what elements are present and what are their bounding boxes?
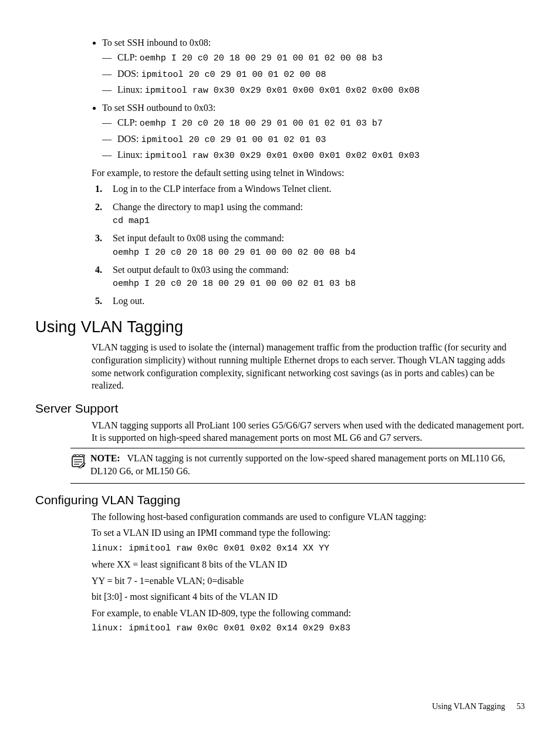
config-cmd1: linux: ipmitool raw 0x0c 0x01 0x02 0x14 … <box>92 543 525 555</box>
footer-page-number: 53 <box>517 702 525 711</box>
linux-label: Linux: <box>117 85 143 94</box>
clp-line: CLP: oemhp I 20 c0 20 18 00 29 01 00 01 … <box>117 116 525 131</box>
ssh-outbound-cmds: CLP: oemhp I 20 c0 20 18 00 29 01 00 01 … <box>102 116 525 163</box>
step-4-text: Set output default to 0x03 using the com… <box>113 265 289 275</box>
footer-section: Using VLAN Tagging <box>432 702 505 711</box>
heading-using-vlan: Using VLAN Tagging <box>35 318 525 336</box>
note-box: NOTE: VLAN tagging is not currently supp… <box>70 448 525 484</box>
linux-cmd: ipmitool raw 0x30 0x29 0x01 0x00 0x01 0x… <box>145 151 420 161</box>
clp-cmd: oemhp I 20 c0 20 18 00 29 01 00 01 02 00… <box>140 53 383 63</box>
step-3: Set input default to 0x08 using the comm… <box>104 232 525 258</box>
clp-label: CLP: <box>117 117 137 127</box>
config-p3: where XX = least significant 8 bits of t… <box>92 558 525 571</box>
config-p4: YY = bit 7 - 1=enable VLAN; 0=disable <box>92 575 525 588</box>
note-text: VLAN tagging is not currently supported … <box>90 453 505 476</box>
note-content: NOTE: VLAN tagging is not currently supp… <box>90 452 525 478</box>
example-intro: For example, to restore the default sett… <box>92 167 525 180</box>
config-p1: The following host-based configuration c… <box>92 511 525 524</box>
step-1: Log in to the CLP interface from a Windo… <box>104 183 525 195</box>
dos-line: DOS: ipmitool 20 c0 29 01 00 01 02 01 03 <box>117 132 525 147</box>
ssh-inbound-item: To set SSH inbound to 0x08: CLP: oemhp I… <box>102 36 525 98</box>
note-label: NOTE: <box>90 453 120 463</box>
step-4-cmd: oemhp I 20 c0 20 18 00 29 01 00 00 02 01… <box>113 278 525 290</box>
step-3-text: Set input default to 0x08 using the comm… <box>113 233 284 243</box>
linux-line: Linux: ipmitool raw 0x30 0x29 0x01 0x00 … <box>117 148 525 163</box>
ssh-inbound-cmds: CLP: oemhp I 20 c0 20 18 00 29 01 00 01 … <box>102 50 525 98</box>
clp-cmd: oemhp I 20 c0 20 18 00 29 01 00 01 02 01… <box>140 119 383 129</box>
config-p2: To set a VLAN ID using an IPMI command t… <box>92 526 525 539</box>
dos-cmd: ipmitool 20 c0 29 01 00 01 02 00 08 <box>141 70 326 80</box>
step-2: Change the directory to map1 using the c… <box>104 201 525 227</box>
dos-cmd: ipmitool 20 c0 29 01 00 01 02 01 03 <box>141 135 326 145</box>
dos-label: DOS: <box>117 69 139 79</box>
steps-list: Log in to the CLP interface from a Windo… <box>92 183 525 308</box>
page-footer: Using VLAN Tagging 53 <box>432 702 525 711</box>
config-p6: For example, to enable VLAN ID-809, type… <box>92 607 525 620</box>
ssh-outbound-title: To set SSH outbound to 0x03: <box>102 103 215 113</box>
ssh-outbound-item: To set SSH outbound to 0x03: CLP: oemhp … <box>102 102 525 163</box>
step-3-cmd: oemhp I 20 c0 20 18 00 29 01 00 00 02 00… <box>113 247 525 259</box>
ssh-inbound-title: To set SSH inbound to 0x08: <box>102 38 211 48</box>
step-5-text: Log out. <box>113 296 144 306</box>
para-server-support: VLAN tagging supports all ProLiant 100 s… <box>92 419 525 444</box>
ssh-settings-list: To set SSH inbound to 0x08: CLP: oemhp I… <box>92 36 525 163</box>
step-1-text: Log in to the CLP interface from a Windo… <box>113 184 332 194</box>
config-cmd2: linux: ipmitool raw 0x0c 0x01 0x02 0x14 … <box>92 623 525 634</box>
step-5: Log out. <box>104 295 525 308</box>
config-p5: bit [3:0] - most significant 4 bits of t… <box>92 590 525 603</box>
step-2-cmd: cd map1 <box>113 215 525 227</box>
step-2-text: Change the directory to map1 using the c… <box>113 202 303 212</box>
heading-server-support: Server Support <box>35 401 525 416</box>
linux-label: Linux: <box>117 150 143 160</box>
step-4: Set output default to 0x03 using the com… <box>104 264 525 290</box>
para-using-vlan: VLAN tagging is used to isolate the (int… <box>92 341 525 391</box>
linux-line: Linux: ipmitool raw 0x30 0x29 0x01 0x00 … <box>117 83 525 98</box>
heading-configuring-vlan: Configuring VLAN Tagging <box>35 493 525 507</box>
note-icon <box>70 452 90 478</box>
dos-label: DOS: <box>117 134 139 144</box>
clp-label: CLP: <box>117 52 137 62</box>
linux-cmd: ipmitool raw 0x30 0x29 0x01 0x00 0x01 0x… <box>145 86 420 96</box>
dos-line: DOS: ipmitool 20 c0 29 01 00 01 02 00 08 <box>117 67 525 82</box>
clp-line: CLP: oemhp I 20 c0 20 18 00 29 01 00 01 … <box>117 50 525 66</box>
